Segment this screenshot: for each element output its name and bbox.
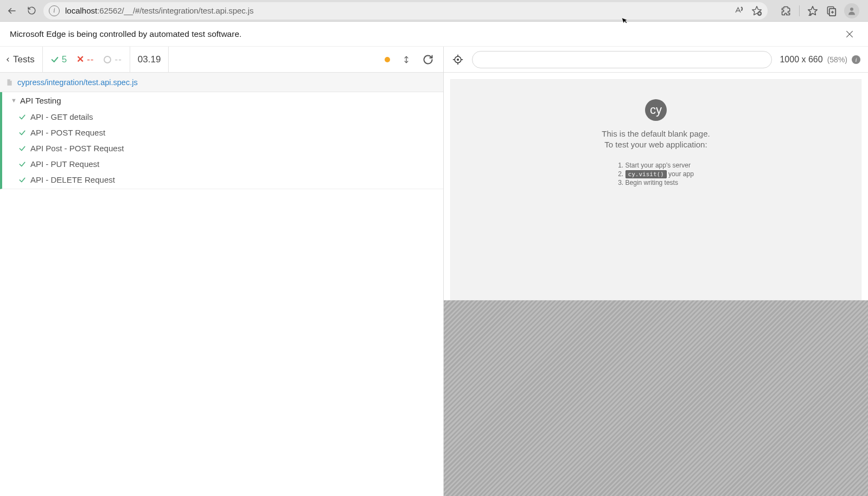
profile-avatar[interactable]	[844, 3, 859, 18]
add-favorite-icon[interactable]	[751, 5, 762, 16]
site-info-icon[interactable]: i	[49, 5, 60, 16]
collections-icon[interactable]	[826, 5, 837, 16]
document-icon	[5, 78, 13, 87]
aut-url-input[interactable]	[472, 51, 772, 68]
suite-title: API Testing	[20, 96, 61, 105]
url-host: localhost	[65, 6, 97, 15]
aut-toolbar: 1000 x 660 (58%) i	[444, 47, 868, 73]
aut-steps-list: Start your app's server cy.visit() your …	[618, 160, 694, 188]
refresh-button[interactable]	[24, 3, 39, 18]
test-row[interactable]: API Post - POST Request	[0, 140, 443, 156]
back-button[interactable]	[4, 3, 20, 18]
svg-point-23	[457, 59, 459, 60]
test-title: API - DELETE Request	[30, 175, 115, 184]
reporter-panel: Tests 5 ✕ -- --	[0, 47, 444, 496]
check-icon	[18, 145, 26, 152]
close-icon[interactable]	[841, 25, 858, 43]
passed-count: 5	[62, 54, 67, 65]
favorites-icon[interactable]	[807, 5, 818, 16]
test-title: API - POST Request	[30, 128, 105, 137]
check-icon	[18, 176, 26, 184]
aut-step: Start your app's server	[618, 162, 694, 169]
toggle-auto-scroll-icon[interactable]	[401, 54, 412, 65]
check-icon	[50, 55, 59, 64]
test-title: API - GET details	[30, 112, 93, 121]
failed-stat: ✕ --	[76, 54, 94, 65]
url-path: :62562/__/#/tests/integration/test.api.s…	[97, 6, 253, 15]
check-icon	[18, 129, 26, 137]
read-aloud-icon[interactable]	[734, 6, 744, 16]
svg-marker-6	[808, 6, 818, 15]
test-row[interactable]: API - DELETE Request	[0, 172, 443, 189]
selector-playground-icon[interactable]	[451, 53, 464, 66]
cypress-logo-icon: cy	[645, 99, 667, 121]
stats-cell: 5 ✕ -- --	[43, 47, 130, 72]
viewport-scale: (58%)	[827, 55, 847, 64]
separator	[799, 5, 800, 16]
aut-step: cy.visit() your app	[618, 170, 694, 178]
aut-panel: 1000 x 660 (58%) i cy This is the defaul…	[444, 47, 868, 496]
viewport-info[interactable]: 1000 x 660 (58%) i	[780, 55, 860, 65]
test-row[interactable]: API - PUT Request	[0, 156, 443, 172]
test-row[interactable]: API - POST Request	[0, 125, 443, 140]
duration-cell: 03.19	[130, 47, 169, 72]
spec-file-bar[interactable]: cypress/integration/test.api.spec.js	[0, 73, 443, 92]
viewport-dimensions: 1000 x 660	[780, 55, 822, 65]
svg-point-14	[850, 8, 853, 11]
code-snippet: cy.visit()	[626, 170, 667, 178]
test-list: ▼ API Testing API - GET details API - PO…	[0, 92, 443, 496]
tests-label: Tests	[13, 54, 35, 65]
duration: 03.19	[138, 54, 161, 65]
status-dot-icon	[385, 57, 390, 62]
browser-chrome: i localhost:62562/__/#/tests/integration…	[0, 0, 868, 22]
failed-count: --	[87, 54, 94, 65]
extensions-icon[interactable]	[781, 5, 792, 16]
check-icon	[18, 113, 26, 121]
rerun-icon[interactable]	[423, 54, 433, 65]
aut-message-line2: To test your web application:	[575, 139, 737, 150]
aut-footer-hatch	[444, 300, 868, 496]
test-row[interactable]: API - GET details	[0, 109, 443, 125]
aut-message-line1: This is the default blank page.	[575, 128, 737, 139]
automation-notice: Microsoft Edge is being controlled by au…	[0, 22, 868, 47]
url-text: localhost:62562/__/#/tests/integration/t…	[65, 6, 253, 15]
chrome-right-icons	[776, 3, 864, 18]
info-icon[interactable]: i	[852, 55, 860, 64]
chevron-down-icon: ▼	[11, 97, 17, 104]
automation-text: Microsoft Edge is being controlled by au…	[10, 29, 241, 39]
runner-toolbar: Tests 5 ✕ -- --	[0, 47, 443, 73]
x-icon: ✕	[76, 54, 84, 65]
spec-path[interactable]: cypress/integration/test.api.spec.js	[17, 78, 138, 87]
aut-step: Begin writing tests	[618, 179, 694, 186]
suite-row[interactable]: ▼ API Testing	[0, 92, 443, 109]
check-icon	[18, 160, 26, 168]
address-bar[interactable]: i localhost:62562/__/#/tests/integration…	[43, 2, 768, 20]
circle-icon	[104, 56, 111, 63]
passed-stat: 5	[50, 54, 67, 65]
back-to-tests-button[interactable]: Tests	[0, 47, 43, 72]
pending-stat: --	[104, 54, 122, 65]
test-title: API Post - POST Request	[30, 144, 124, 153]
pending-count: --	[114, 54, 122, 65]
test-title: API - PUT Request	[30, 159, 99, 169]
aut-frame: cy This is the default blank page. To te…	[450, 79, 861, 300]
